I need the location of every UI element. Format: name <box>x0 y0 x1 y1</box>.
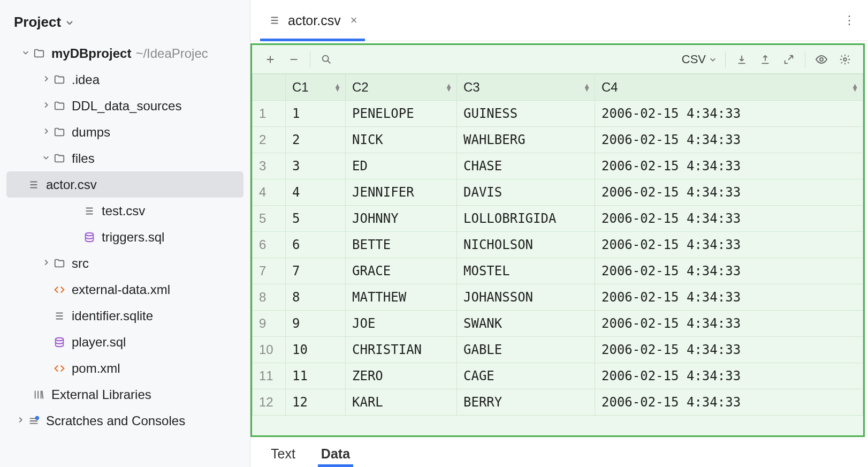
cell-c4[interactable]: 2006-02-15 4:34:33 <box>595 153 863 179</box>
table-row[interactable]: 1212KARLBERRY2006-02-15 4:34:33 <box>253 389 863 416</box>
chevron-right-icon[interactable] <box>14 416 27 425</box>
data-grid[interactable]: C1 ▲▼ C2 ▲▼ C3 ▲▼ <box>252 74 863 435</box>
cell-c2[interactable]: GRACE <box>346 258 457 284</box>
close-icon[interactable]: × <box>351 13 357 27</box>
upload-button[interactable] <box>753 49 777 70</box>
row-number[interactable]: 10 <box>253 337 286 363</box>
tree-item-test-csv[interactable]: test.csv <box>0 198 250 224</box>
row-number[interactable]: 9 <box>253 311 286 337</box>
row-number[interactable]: 4 <box>253 179 286 206</box>
cell-c3[interactable]: LOLLOBRIGIDA <box>457 206 595 232</box>
corner-cell[interactable] <box>253 74 286 101</box>
cell-c2[interactable]: JOE <box>346 311 457 337</box>
cell-c2[interactable]: BETTE <box>346 232 457 258</box>
tree-scratches[interactable]: Scratches and Consoles <box>0 408 250 434</box>
sort-icon[interactable]: ▲▼ <box>445 84 452 91</box>
tree-item--idea[interactable]: .idea <box>0 66 250 93</box>
row-number[interactable]: 11 <box>253 363 286 389</box>
table-row[interactable]: 88MATTHEWJOHANSSON2006-02-15 4:34:33 <box>253 284 863 311</box>
cell-c2[interactable]: MATTHEW <box>346 284 457 311</box>
tree-item-actor-csv[interactable]: actor.csv <box>6 171 243 198</box>
cell-c1[interactable]: 1 <box>286 101 346 127</box>
import-button[interactable] <box>777 49 801 70</box>
column-header-c3[interactable]: C3 ▲▼ <box>457 74 595 101</box>
cell-c3[interactable]: DAVIS <box>457 179 595 206</box>
tree-external-libraries[interactable]: External Libraries <box>0 381 250 408</box>
column-header-c1[interactable]: C1 ▲▼ <box>286 74 346 101</box>
cell-c3[interactable]: GABLE <box>457 337 595 363</box>
tree-item-pom-xml[interactable]: pom.xml <box>0 355 250 381</box>
add-row-button[interactable] <box>258 49 282 70</box>
cell-c1[interactable]: 10 <box>286 337 346 363</box>
cell-c4[interactable]: 2006-02-15 4:34:33 <box>595 337 863 363</box>
cell-c2[interactable]: JENNIFER <box>346 179 457 206</box>
cell-c1[interactable]: 3 <box>286 153 346 179</box>
cell-c4[interactable]: 2006-02-15 4:34:33 <box>595 258 863 284</box>
row-number[interactable]: 2 <box>253 127 286 153</box>
cell-c4[interactable]: 2006-02-15 4:34:33 <box>595 363 863 389</box>
cell-c2[interactable]: CHRISTIAN <box>346 337 457 363</box>
cell-c1[interactable]: 7 <box>286 258 346 284</box>
tree-item-src[interactable]: src <box>0 250 250 276</box>
cell-c3[interactable]: BERRY <box>457 389 595 416</box>
cell-c3[interactable]: WAHLBERG <box>457 127 595 153</box>
cell-c3[interactable]: CAGE <box>457 363 595 389</box>
row-number[interactable]: 12 <box>253 389 286 416</box>
cell-c2[interactable]: JOHNNY <box>346 206 457 232</box>
cell-c4[interactable]: 2006-02-15 4:34:33 <box>595 206 863 232</box>
cell-c2[interactable]: PENELOPE <box>346 101 457 127</box>
row-number[interactable]: 3 <box>253 153 286 179</box>
remove-row-button[interactable] <box>282 49 306 70</box>
row-number[interactable]: 6 <box>253 232 286 258</box>
chevron-down-icon[interactable] <box>19 49 32 58</box>
sort-icon[interactable]: ▲▼ <box>851 84 858 91</box>
column-header-c4[interactable]: C4 ▲▼ <box>595 74 863 101</box>
tree-item-identifier-sqlite[interactable]: identifier.sqlite <box>0 303 250 329</box>
cell-c2[interactable]: ZERO <box>346 363 457 389</box>
cell-c4[interactable]: 2006-02-15 4:34:33 <box>595 389 863 416</box>
cell-c4[interactable]: 2006-02-15 4:34:33 <box>595 179 863 206</box>
cell-c3[interactable]: CHASE <box>457 153 595 179</box>
cell-c3[interactable]: MOSTEL <box>457 258 595 284</box>
cell-c1[interactable]: 9 <box>286 311 346 337</box>
sort-icon[interactable]: ▲▼ <box>334 84 341 91</box>
tree-item-external-data-xml[interactable]: external-data.xml <box>0 276 250 303</box>
cell-c2[interactable]: KARL <box>346 389 457 416</box>
tree-item-player-sql[interactable]: player.sql <box>0 329 250 355</box>
cell-c3[interactable]: NICHOLSON <box>457 232 595 258</box>
cell-c1[interactable]: 11 <box>286 363 346 389</box>
tree-root[interactable]: myDBproject ~/IdeaProjec <box>0 40 250 66</box>
table-row[interactable]: 77GRACEMOSTEL2006-02-15 4:34:33 <box>253 258 863 284</box>
tab-more-button[interactable]: ⋮ <box>843 13 868 27</box>
editor-tab-actor-csv[interactable]: actor.csv × <box>260 0 365 41</box>
tree-item-dumps[interactable]: dumps <box>0 119 250 145</box>
cell-c4[interactable]: 2006-02-15 4:34:33 <box>595 127 863 153</box>
row-number[interactable]: 1 <box>253 101 286 127</box>
row-number[interactable]: 5 <box>253 206 286 232</box>
cell-c1[interactable]: 12 <box>286 389 346 416</box>
table-row[interactable]: 55JOHNNYLOLLOBRIGIDA2006-02-15 4:34:33 <box>253 206 863 232</box>
tree-item-triggers-sql[interactable]: triggers.sql <box>0 224 250 250</box>
table-row[interactable]: 33EDCHASE2006-02-15 4:34:33 <box>253 153 863 179</box>
tree-item-files[interactable]: files <box>0 145 250 171</box>
cell-c3[interactable]: JOHANSSON <box>457 284 595 311</box>
table-row[interactable]: 22NICKWAHLBERG2006-02-15 4:34:33 <box>253 127 863 153</box>
cell-c1[interactable]: 6 <box>286 232 346 258</box>
column-header-c2[interactable]: C2 ▲▼ <box>346 74 457 101</box>
cell-c1[interactable]: 8 <box>286 284 346 311</box>
chevron-right-icon[interactable] <box>40 75 52 84</box>
cell-c3[interactable]: SWANK <box>457 311 595 337</box>
chevron-right-icon[interactable] <box>40 127 52 137</box>
cell-c4[interactable]: 2006-02-15 4:34:33 <box>595 232 863 258</box>
table-row[interactable]: 99JOESWANK2006-02-15 4:34:33 <box>253 311 863 337</box>
chevron-right-icon[interactable] <box>40 101 52 110</box>
project-panel-header[interactable]: Project <box>0 10 250 40</box>
format-picker[interactable]: CSV <box>682 52 717 66</box>
table-row[interactable]: 44JENNIFERDAVIS2006-02-15 4:34:33 <box>253 179 863 206</box>
cell-c2[interactable]: NICK <box>346 127 457 153</box>
table-row[interactable]: 1010CHRISTIANGABLE2006-02-15 4:34:33 <box>253 337 863 363</box>
chevron-down-icon[interactable] <box>40 154 52 163</box>
table-row[interactable]: 66BETTENICHOLSON2006-02-15 4:34:33 <box>253 232 863 258</box>
table-row[interactable]: 1111ZEROCAGE2006-02-15 4:34:33 <box>253 363 863 389</box>
cell-c1[interactable]: 2 <box>286 127 346 153</box>
